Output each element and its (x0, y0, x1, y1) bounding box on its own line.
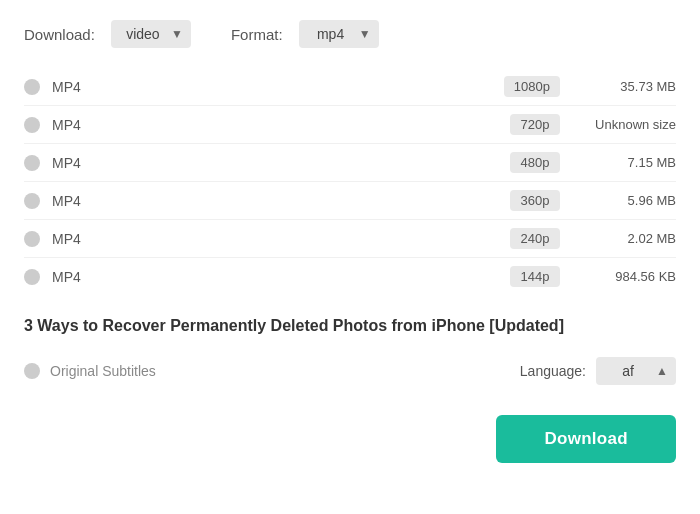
row-resolution-0: 1080p (504, 76, 560, 97)
subtitle-row: Original Subtitles Language: af ▲ (24, 357, 676, 385)
row-size-4: 2.02 MB (576, 231, 676, 246)
row-size-2: 7.15 MB (576, 155, 676, 170)
download-section: Download (24, 415, 676, 463)
row-format-4: MP4 (52, 231, 510, 247)
video-list: MP4 1080p 35.73 MB MP4 720p Unknown size… (24, 68, 676, 295)
row-format-1: MP4 (52, 117, 510, 133)
row-resolution-4: 240p (510, 228, 560, 249)
row-radio-2 (24, 155, 40, 171)
row-size-0: 35.73 MB (576, 79, 676, 94)
row-format-3: MP4 (52, 193, 510, 209)
row-format-0: MP4 (52, 79, 504, 95)
row-radio-3 (24, 193, 40, 209)
top-controls: Download: video ▼ Format: mp4 ▼ (24, 20, 676, 48)
row-size-3: 5.96 MB (576, 193, 676, 208)
row-resolution-3: 360p (510, 190, 560, 211)
language-label: Language: (520, 363, 586, 379)
subtitle-text: Original Subtitles (50, 363, 156, 379)
table-row[interactable]: MP4 1080p 35.73 MB (24, 68, 676, 106)
format-select-wrapper: mp4 ▼ (299, 20, 379, 48)
row-resolution-1: 720p (510, 114, 560, 135)
table-row[interactable]: MP4 144p 984.56 KB (24, 258, 676, 295)
subtitle-label[interactable]: Original Subtitles (24, 363, 520, 379)
row-radio-1 (24, 117, 40, 133)
download-type-select[interactable]: video (111, 20, 191, 48)
download-button[interactable]: Download (496, 415, 676, 463)
table-row[interactable]: MP4 240p 2.02 MB (24, 220, 676, 258)
row-format-2: MP4 (52, 155, 510, 171)
row-resolution-5: 144p (510, 266, 560, 287)
video-title: 3 Ways to Recover Permanently Deleted Ph… (24, 315, 676, 337)
download-label: Download: (24, 26, 95, 43)
row-resolution-2: 480p (510, 152, 560, 173)
row-size-5: 984.56 KB (576, 269, 676, 284)
subtitle-radio-circle (24, 363, 40, 379)
format-select[interactable]: mp4 (299, 20, 379, 48)
table-row[interactable]: MP4 360p 5.96 MB (24, 182, 676, 220)
row-radio-5 (24, 269, 40, 285)
language-select-wrapper: af ▲ (596, 357, 676, 385)
language-select[interactable]: af (596, 357, 676, 385)
format-label: Format: (231, 26, 283, 43)
table-row[interactable]: MP4 480p 7.15 MB (24, 144, 676, 182)
row-radio-0 (24, 79, 40, 95)
download-type-select-wrapper: video ▼ (111, 20, 191, 48)
row-radio-4 (24, 231, 40, 247)
table-row[interactable]: MP4 720p Unknown size (24, 106, 676, 144)
row-format-5: MP4 (52, 269, 510, 285)
row-size-1: Unknown size (576, 117, 676, 132)
